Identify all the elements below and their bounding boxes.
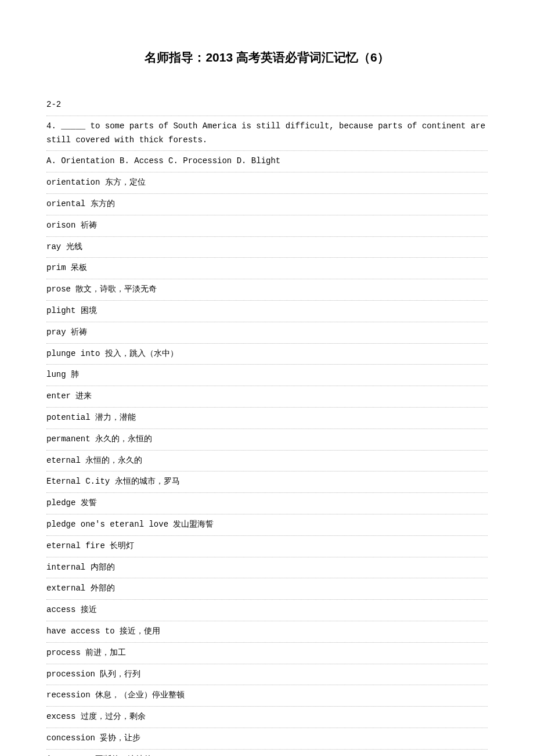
text-line: excess 过度，过分，剩余: [46, 707, 488, 728]
text-line: procession 队列，行列: [46, 664, 488, 686]
text-line: prim 呆板: [46, 258, 488, 279]
text-line: external 外部的: [46, 578, 488, 600]
text-line: oriental 东方的: [46, 194, 488, 215]
text-line: orientation 东方，定位: [46, 172, 488, 194]
text-line: pledge 发誓: [46, 493, 488, 514]
text-line: orison 祈祷: [46, 215, 488, 237]
document-body: 2-2 4. _____ to some parts of South Amer…: [46, 95, 488, 756]
text-line: eternal 永恒的，永久的: [46, 451, 488, 472]
text-line: Eternal C.ity 永恒的城市，罗马: [46, 471, 488, 493]
text-line: prose 散文，诗歌，平淡无奇: [46, 279, 488, 301]
text-line: lung 肺: [46, 365, 488, 386]
text-line: concession 妥协，让步: [46, 728, 488, 750]
text-line: pledge one's eteranl love 发山盟海誓: [46, 514, 488, 536]
text-line: access 接近: [46, 600, 488, 621]
text-line: incessant 不断的，连续的: [46, 750, 488, 756]
text-line: process 前进，加工: [46, 643, 488, 664]
text-line: ray 光线: [46, 237, 488, 258]
text-line: 2-2: [46, 95, 488, 116]
text-line: have access to 接近，使用: [46, 621, 488, 643]
text-line: eternal fire 长明灯: [46, 536, 488, 557]
text-line: 4. _____ to some parts of South America …: [46, 116, 488, 134]
text-line: potential 潜力，潜能: [46, 408, 488, 429]
page-title: 名师指导：2013 高考英语必背词汇记忆（6）: [46, 49, 488, 66]
text-line: plunge into 投入，跳入（水中）: [46, 344, 488, 365]
text-line: A. Orientation B. Access C. Procession D…: [46, 151, 488, 172]
text-line: enter 进来: [46, 386, 488, 408]
text-line: pray 祈祷: [46, 322, 488, 344]
text-line: plight 困境: [46, 301, 488, 322]
text-line: still covered with thick forests.: [46, 134, 488, 152]
text-line: permanent 永久的，永恒的: [46, 429, 488, 451]
text-line: internal 内部的: [46, 557, 488, 579]
text-line: recession 休息，（企业）停业整顿: [46, 685, 488, 707]
